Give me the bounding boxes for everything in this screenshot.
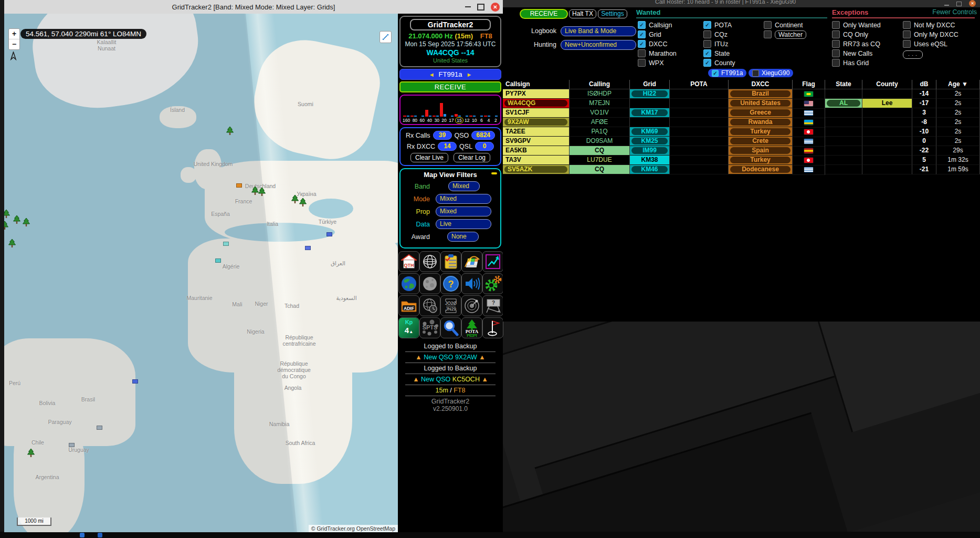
- halt-tx-button[interactable]: Halt TX: [569, 9, 596, 18]
- taskbar[interactable]: [0, 532, 980, 538]
- exception-new-calls[interactable]: New Calls: [832, 50, 881, 57]
- band-label[interactable]: 60: [420, 118, 425, 123]
- tree-marker[interactable]: [226, 127, 234, 138]
- table-row[interactable]: 9X2AWAFØERwanda-82s: [503, 118, 980, 127]
- wanted-county[interactable]: ✓County: [703, 59, 735, 66]
- tree-marker[interactable]: [27, 449, 35, 460]
- checkbox[interactable]: [903, 30, 911, 38]
- table-row[interactable]: PY7PXISØHDPHI22Brazil-142s: [503, 89, 980, 99]
- table-row[interactable]: TA2EEPA1QKM69Turkey-102s: [503, 127, 980, 137]
- grid-labels-icon[interactable]: JO2ØJN29: [440, 295, 461, 316]
- filter-dropdown-award[interactable]: None: [447, 232, 479, 242]
- tree-marker[interactable]: [258, 188, 266, 199]
- wanted-continent[interactable]: Continent: [764, 22, 806, 28]
- column-header-calling[interactable]: Calling: [570, 80, 630, 89]
- column-header-db[interactable]: dB: [912, 80, 936, 89]
- taskbar-app-icon[interactable]: [80, 533, 85, 537]
- column-header-pota[interactable]: POTA: [670, 80, 729, 89]
- table-row[interactable]: SV9GPVDO9SAMKM25Crete02s: [503, 137, 980, 146]
- exception-cq-only[interactable]: CQ Only: [832, 31, 881, 38]
- settings-gears-icon[interactable]: [482, 273, 503, 294]
- checkbox[interactable]: [903, 40, 911, 48]
- clear-log-button[interactable]: Clear Log: [454, 153, 490, 162]
- receive-status-button[interactable]: RECEIVE: [399, 81, 501, 92]
- exception-only-my-dxcc[interactable]: Only My DXCC: [903, 31, 958, 38]
- kp-index-icon[interactable]: Kp4▲: [398, 317, 419, 338]
- tree-marker[interactable]: [13, 215, 20, 226]
- rig-next-icon[interactable]: ►: [466, 71, 472, 78]
- tree-marker[interactable]: [291, 195, 299, 206]
- qth-icon[interactable]: QTH: [398, 251, 419, 272]
- band-activity-chart[interactable]: 160806040302017151210642: [399, 95, 501, 125]
- wanted-cqz[interactable]: CQz: [703, 31, 735, 38]
- column-header-age[interactable]: Age ▼: [936, 80, 980, 89]
- maximize-icon[interactable]: [477, 4, 484, 11]
- fullscreen-expand-icon[interactable]: [380, 31, 392, 43]
- tree-marker[interactable]: [23, 218, 30, 229]
- band-label[interactable]: 80: [413, 118, 417, 123]
- checkbox[interactable]: [764, 21, 772, 29]
- wanted-marathon[interactable]: Marathon: [638, 50, 677, 57]
- roster-titlebar[interactable]: Call Roster: 10 heard - 9 in roster | FT…: [503, 0, 980, 7]
- checkbox[interactable]: [832, 40, 840, 48]
- collapse-icon[interactable]: [491, 172, 497, 174]
- tree-marker[interactable]: [4, 210, 10, 221]
- gridmap-icon[interactable]: [461, 251, 482, 272]
- band-label[interactable]: 6: [479, 118, 484, 123]
- lookup-icon[interactable]: [440, 317, 461, 338]
- spots-icon[interactable]: SPTS: [419, 317, 440, 338]
- tree-marker[interactable]: [251, 187, 259, 198]
- checkbox[interactable]: ✓: [638, 21, 646, 29]
- grid-square-marker[interactable]: [215, 258, 221, 263]
- zoom-out-button[interactable]: −: [9, 39, 19, 49]
- checkbox[interactable]: [903, 21, 911, 29]
- checkbox[interactable]: [832, 59, 840, 67]
- band-label[interactable]: 4: [486, 118, 491, 123]
- filter-dropdown-mode[interactable]: Mixed: [436, 194, 491, 204]
- rig-selector-button[interactable]: ◄FT991a►: [399, 69, 501, 80]
- checkbox[interactable]: ✓: [638, 40, 646, 48]
- column-header-callsign[interactable]: Callsign: [503, 80, 570, 89]
- roster-receive-button[interactable]: RECEIVE: [520, 9, 568, 19]
- moon-icon[interactable]: [419, 273, 440, 294]
- column-header-dxcc[interactable]: DXCC: [729, 80, 793, 89]
- checkbox[interactable]: [832, 49, 840, 57]
- checkbox[interactable]: [832, 30, 840, 38]
- close-icon[interactable]: ✕: [491, 3, 500, 12]
- map[interactable]: Kalaallit NunaatÍslandSuomiUnited Kingdo…: [4, 14, 398, 532]
- checkbox[interactable]: ✓: [703, 49, 711, 57]
- logbook-dropdown[interactable]: Live Band & Mode: [561, 26, 636, 36]
- wanted-pota[interactable]: ✓POTA: [703, 22, 735, 28]
- hunting-dropdown[interactable]: New+Unconfirmed: [561, 40, 636, 50]
- table-row[interactable]: SV5AZKCQKM46Dodecanese-211m 59s: [503, 165, 980, 174]
- checkbox[interactable]: ✓: [703, 59, 711, 67]
- wanted-callsign[interactable]: ✓Callsign: [638, 22, 677, 28]
- checkbox[interactable]: [832, 21, 840, 29]
- wanted-ituz[interactable]: ITUz: [703, 40, 735, 47]
- logbook-icon[interactable]: [440, 251, 461, 272]
- exception-uses-eqsl[interactable]: Uses eQSL: [903, 40, 958, 47]
- minimize-icon[interactable]: [944, 5, 949, 6]
- band-label[interactable]: 10: [472, 118, 477, 123]
- table-row[interactable]: WA4CQGM7EJNUnited StatesALLee-172s: [503, 99, 980, 108]
- pointer-arrow-icon[interactable]: [9, 51, 17, 63]
- filter-dropdown-prop[interactable]: Mixed: [436, 206, 491, 216]
- band-label[interactable]: 17: [449, 118, 454, 123]
- more-exceptions-button[interactable]: . . .: [903, 50, 923, 59]
- wanted-dxcc[interactable]: ✓DXCC: [638, 40, 677, 47]
- tree-marker[interactable]: [8, 239, 16, 250]
- wanted-grid[interactable]: ✓Grid: [638, 31, 677, 38]
- adif-icon[interactable]: ADIF: [398, 295, 419, 316]
- exception-only-wanted[interactable]: Only Wanted: [832, 22, 881, 28]
- band-label[interactable]: 160: [403, 118, 410, 123]
- grid-square-marker[interactable]: [326, 232, 332, 236]
- table-row[interactable]: SV1CJFVO1IVKM17Greece32s: [503, 108, 980, 118]
- fewer-controls-link[interactable]: Fewer Controls: [932, 8, 977, 16]
- settings-button[interactable]: Settings: [598, 9, 627, 18]
- checkbox[interactable]: ✓: [712, 70, 719, 77]
- checkbox[interactable]: ✓: [638, 30, 646, 38]
- tree-marker[interactable]: [4, 221, 8, 232]
- band-label[interactable]: 40: [427, 118, 431, 123]
- column-header-state[interactable]: State: [825, 80, 862, 89]
- globe-grid-icon[interactable]: [419, 251, 440, 272]
